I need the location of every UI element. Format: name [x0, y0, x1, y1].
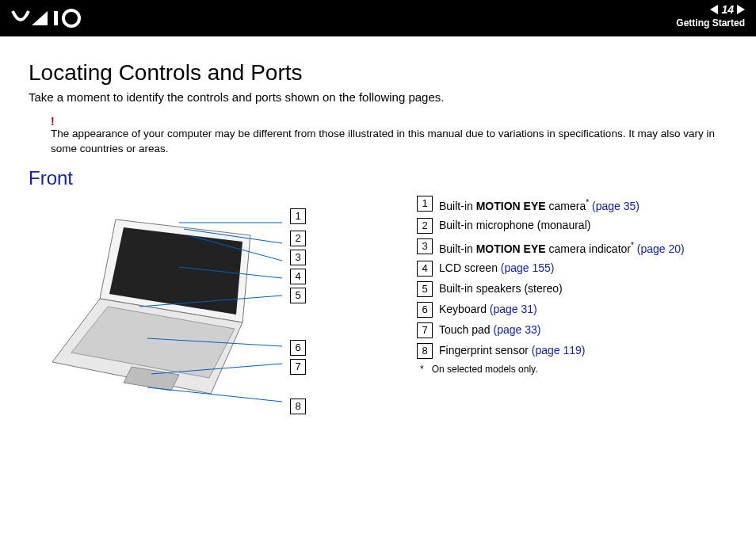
legend-text: Built-in microphone (monaural) [439, 218, 590, 232]
legend-text: Built-in MOTION EYE camera indicator* (p… [439, 238, 685, 256]
legend-item: 6Keyboard (page 31) [417, 302, 727, 318]
caution-text: The appearance of your computer may be d… [51, 128, 715, 154]
legend-number: 5 [417, 281, 433, 297]
legend-item: 2Built-in microphone (monaural) [417, 218, 727, 234]
page-link[interactable]: (page 155) [501, 261, 555, 274]
callout-box: 8 [290, 399, 306, 414]
svg-rect-0 [54, 11, 58, 25]
callout-box: 1 [290, 208, 306, 224]
legend-number: 6 [417, 302, 433, 318]
legend-text: Built-in speakers (stereo) [439, 281, 563, 296]
legend-number: 4 [417, 261, 433, 277]
prev-page-arrow[interactable] [710, 5, 718, 14]
callout-box: 6 [290, 340, 306, 356]
legend-number: 3 [417, 238, 433, 254]
intro-text: Take a moment to identify the controls a… [29, 90, 727, 104]
page-link[interactable]: (page 31) [490, 303, 537, 315]
page-link[interactable]: (page 33) [494, 323, 541, 336]
legend-text: LCD screen (page 155) [439, 261, 555, 275]
legend-text: Keyboard (page 31) [439, 302, 537, 316]
legend-item: 8Fingerprint sensor (page 119) [417, 343, 727, 359]
figure-column: 1 2 3 4 5 6 7 8 [29, 196, 409, 441]
callout-box: 2 [290, 231, 306, 246]
legend-text: Fingerprint sensor (page 119) [439, 343, 585, 357]
page-link[interactable]: (page 35) [592, 200, 640, 212]
caution-icon: ! [51, 115, 727, 128]
legend-text: Touch pad (page 33) [439, 322, 540, 337]
laptop-illustration [44, 212, 282, 418]
page-number: 14 [721, 3, 734, 16]
legend-item: 7Touch pad (page 33) [417, 322, 727, 338]
section-title: Getting Started [676, 17, 745, 29]
page-link[interactable]: (page 119) [532, 344, 586, 357]
vaio-logo [11, 6, 106, 30]
legend-item: 5Built-in speakers (stereo) [417, 281, 727, 297]
svg-point-1 [63, 10, 79, 26]
callout-box: 7 [290, 359, 306, 375]
page-link[interactable]: (page 20) [637, 242, 685, 255]
legend-item: 1Built-in MOTION EYE camera* (page 35) [417, 196, 727, 213]
callout-box: 4 [290, 269, 306, 284]
page-content: Locating Controls and Ports Take a momen… [0, 36, 756, 441]
legend-column: 1Built-in MOTION EYE camera* (page 35)2B… [409, 196, 727, 374]
callout-box: 5 [290, 288, 306, 303]
next-page-arrow[interactable] [737, 5, 745, 14]
subheading-front: Front [29, 167, 727, 189]
legend-text: Built-in MOTION EYE camera* (page 35) [439, 196, 640, 213]
page-title: Locating Controls and Ports [29, 60, 727, 86]
caution-note: ! The appearance of your computer may be… [29, 115, 727, 156]
legend-item: 4LCD screen (page 155) [417, 261, 727, 277]
legend-number: 1 [417, 196, 433, 212]
figure-callouts: 1 2 3 4 5 6 7 8 [290, 204, 306, 414]
callout-box: 3 [290, 250, 306, 265]
legend-number: 8 [417, 343, 433, 359]
header-bar: 14 Getting Started [0, 0, 756, 36]
legend-number: 7 [417, 322, 433, 338]
footnote: * On selected models only. [417, 364, 727, 375]
legend-number: 2 [417, 218, 433, 234]
legend-item: 3Built-in MOTION EYE camera indicator* (… [417, 238, 727, 256]
